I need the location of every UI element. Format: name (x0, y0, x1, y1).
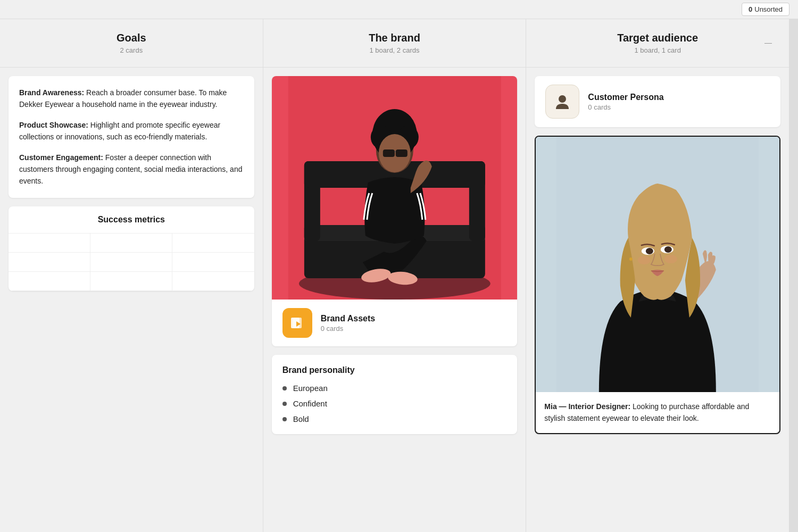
goals-header: Goals 2 cards (9, 32, 254, 59)
persona-label: Customer Persona (588, 93, 663, 102)
brand-divider (263, 67, 526, 68)
metrics-row-2 (9, 253, 254, 272)
svg-rect-14 (383, 149, 395, 157)
persona-text: Customer Persona 0 cards (588, 93, 663, 111)
bullet-dot-2 (282, 402, 287, 406)
goals-title: Goals (9, 32, 254, 44)
brand-awareness-bold: Brand Awareness: (19, 88, 84, 97)
personality-bold: Bold (293, 414, 309, 423)
svg-point-27 (664, 246, 672, 253)
metrics-cell-3-3 (172, 272, 254, 290)
metrics-cell-2-2 (90, 253, 172, 271)
goals-divider (0, 67, 263, 68)
persona-icon-svg (553, 92, 572, 111)
metrics-cell-1-1 (9, 234, 90, 252)
personality-european: European (293, 384, 328, 393)
personality-item-confident: Confident (282, 399, 507, 408)
svg-point-28 (638, 256, 651, 264)
goals-card: Brand Awareness: Reach a broader consume… (9, 76, 254, 198)
personality-item-european: European (282, 384, 507, 393)
brand-title: The brand (272, 32, 518, 44)
unsorted-count: 0 (749, 5, 752, 13)
brand-header: The brand 1 board, 2 cards (272, 32, 518, 59)
audience-divider (526, 67, 789, 68)
svg-point-25 (646, 248, 653, 254)
audience-hero-svg (536, 137, 779, 392)
audience-column: Target audience 1 board, 1 card — Custom… (526, 19, 789, 532)
metrics-cell-1-3 (172, 234, 254, 252)
bullet-dot-3 (282, 417, 287, 421)
svg-point-29 (664, 255, 677, 263)
metrics-cell-2-1 (9, 253, 90, 271)
brand-column: The brand 1 board, 2 cards (263, 19, 527, 532)
persona-icon (545, 85, 579, 119)
audience-header: Target audience 1 board, 1 card (535, 32, 780, 59)
minimize-icon[interactable]: — (764, 38, 772, 47)
metrics-row-1 (9, 234, 254, 253)
audience-hero-image (536, 137, 779, 392)
scrollbar-area[interactable] (789, 19, 798, 532)
audience-title: Target audience (535, 32, 780, 44)
brand-assets-row[interactable]: Brand Assets 0 cards (272, 300, 518, 346)
customer-engagement-bold: Customer Engagement: (19, 153, 103, 162)
metrics-cell-3-1 (9, 272, 90, 290)
personality-confident: Confident (293, 399, 327, 408)
audience-caption: Mia — Interior Designer: Looking to purc… (536, 392, 779, 433)
persona-count: 0 cards (588, 103, 663, 111)
metrics-cell-2-3 (172, 253, 254, 271)
goals-column: Goals 2 cards Brand Awareness: Reach a b… (0, 19, 263, 532)
customer-engagement-paragraph: Customer Engagement: Foster a deeper con… (19, 152, 244, 187)
goals-text: Brand Awareness: Reach a broader consume… (19, 87, 244, 187)
unsorted-badge[interactable]: 0 Unsorted (742, 3, 789, 16)
product-showcase-paragraph: Product Showcase: Highlight and promote … (19, 119, 244, 143)
metrics-title: Success metrics (9, 206, 254, 233)
personality-list: European Confident Bold (282, 384, 507, 423)
brand-image-card: Brand Assets 0 cards (272, 76, 518, 346)
personality-title: Brand personality (282, 365, 507, 375)
product-showcase-bold: Product Showcase: (19, 121, 88, 129)
audience-header-wrapper: Target audience 1 board, 1 card — (535, 32, 780, 59)
svg-point-30 (629, 257, 633, 261)
success-metrics-section: Success metrics (9, 206, 254, 291)
metrics-row-3 (9, 272, 254, 291)
brand-assets-text: Brand Assets 0 cards (321, 314, 376, 332)
goals-subtitle: 2 cards (9, 46, 254, 54)
metrics-table (9, 233, 254, 291)
columns-container: Goals 2 cards Brand Awareness: Reach a b… (0, 19, 798, 532)
unsorted-label: Unsorted (754, 5, 783, 13)
brand-assets-label: Brand Assets (321, 314, 376, 323)
persona-row[interactable]: Customer Persona 0 cards (535, 76, 780, 127)
personality-item-bold: Bold (282, 414, 507, 423)
brand-assets-count: 0 cards (321, 325, 376, 332)
svg-rect-15 (396, 149, 408, 157)
metrics-cell-1-2 (90, 234, 172, 252)
audience-subtitle: 1 board, 1 card (535, 46, 780, 54)
brand-subtitle: 1 board, 2 cards (272, 46, 518, 54)
svg-point-20 (559, 95, 566, 103)
audience-caption-bold: Mia — Interior Designer: (544, 402, 630, 411)
brand-assets-icon-svg (289, 314, 306, 331)
bullet-dot-1 (282, 386, 287, 390)
brand-awareness-paragraph: Brand Awareness: Reach a broader consume… (19, 87, 244, 111)
metrics-cell-3-2 (90, 272, 172, 290)
brand-hero-image (272, 76, 518, 300)
brand-assets-icon (282, 308, 312, 338)
top-bar: 0 Unsorted (0, 0, 798, 19)
brand-hero-svg (272, 76, 518, 300)
audience-image-card: Mia — Interior Designer: Looking to purc… (535, 136, 780, 434)
brand-personality-card: Brand personality European Confident Bol… (272, 355, 518, 434)
